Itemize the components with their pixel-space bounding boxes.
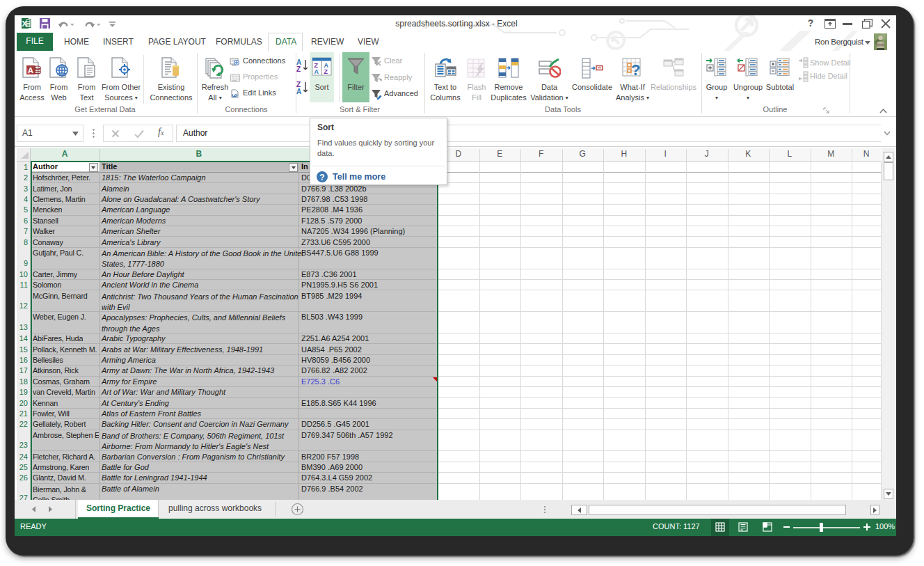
svg-text:Z: Z [296, 65, 301, 72]
svg-text:A: A [296, 88, 301, 95]
svg-text:Z: Z [314, 62, 319, 69]
svg-text:?: ? [631, 61, 640, 79]
svg-text:X: X [22, 19, 28, 28]
svg-text:Z: Z [324, 68, 328, 75]
svg-text:A: A [314, 68, 319, 75]
svg-text:A: A [28, 66, 33, 74]
svg-text:A: A [324, 62, 329, 69]
svg-text:?: ? [319, 173, 324, 182]
